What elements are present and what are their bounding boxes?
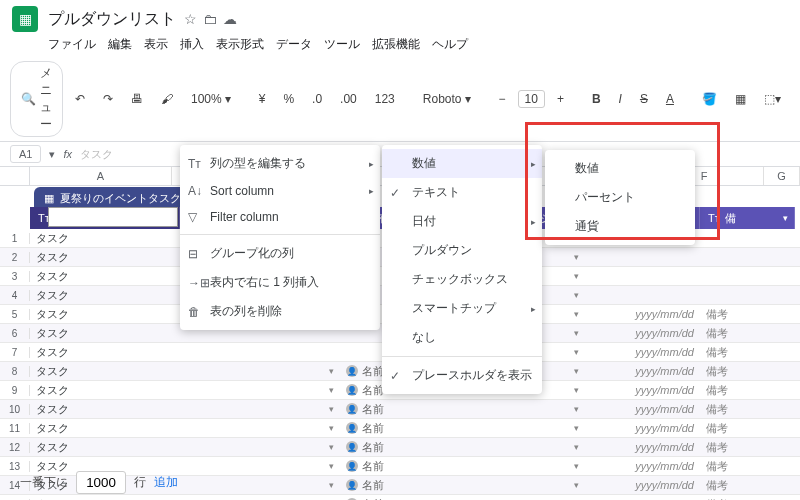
cell-reference[interactable]: A1 bbox=[10, 145, 41, 163]
row-number[interactable]: 8 bbox=[0, 366, 30, 377]
row-number[interactable]: 5 bbox=[0, 309, 30, 320]
col-header-a[interactable]: A bbox=[30, 167, 172, 185]
mi-insert-right[interactable]: →⊞表内で右に 1 列挿入 bbox=[180, 268, 380, 297]
mi-show-placeholder[interactable]: ✓プレースホルダを表示 bbox=[382, 361, 542, 390]
star-icon[interactable]: ☆ bbox=[184, 11, 197, 27]
cloud-icon[interactable]: ☁ bbox=[223, 11, 237, 27]
more-formats-button[interactable]: 123 bbox=[369, 89, 401, 109]
cell-deadline[interactable]: yyyy/mm/dd bbox=[585, 365, 700, 377]
cell-task[interactable]: タスク bbox=[30, 383, 180, 398]
cell-deadline[interactable]: yyyy/mm/dd bbox=[585, 308, 700, 320]
row-number[interactable]: 12 bbox=[0, 442, 30, 453]
currency-button[interactable]: ¥ bbox=[253, 89, 272, 109]
cell-note[interactable]: 備考 bbox=[700, 402, 800, 417]
row-number[interactable]: 6 bbox=[0, 328, 30, 339]
cell-note[interactable]: 備考 bbox=[700, 478, 800, 493]
row-number[interactable]: 9 bbox=[0, 385, 30, 396]
mi-group-column[interactable]: ⊟グループ化の列 bbox=[180, 239, 380, 268]
cell-owner[interactable]: 👤名前 bbox=[340, 440, 485, 455]
cell-note[interactable]: 備考 bbox=[700, 383, 800, 398]
cell-stage[interactable]: ▾ bbox=[485, 423, 585, 433]
row-number[interactable]: 7 bbox=[0, 347, 30, 358]
mi-filter-column[interactable]: ▽Filter column bbox=[180, 204, 380, 230]
mi-type-none[interactable]: なし bbox=[382, 323, 542, 352]
cell-note[interactable]: 備考 bbox=[700, 497, 800, 501]
cell-task[interactable]: タスク bbox=[30, 326, 180, 341]
cell-note[interactable]: 備考 bbox=[700, 345, 800, 360]
cell-task[interactable]: タスク bbox=[30, 497, 180, 501]
menu-tools[interactable]: ツール bbox=[324, 36, 360, 53]
menu-file[interactable]: ファイル bbox=[48, 36, 96, 53]
cell-owner[interactable]: 👤名前 bbox=[340, 497, 485, 501]
cell-deadline[interactable]: yyyy/mm/dd bbox=[585, 384, 700, 396]
mi-type-number[interactable]: 数値▸ bbox=[382, 149, 542, 178]
cell-task[interactable]: タスク bbox=[30, 364, 180, 379]
row-number[interactable]: 1 bbox=[0, 233, 30, 244]
cell-note[interactable]: 備考 bbox=[700, 326, 800, 341]
cell-status[interactable]: ▾ bbox=[180, 423, 340, 433]
cell-deadline[interactable]: yyyy/mm/dd bbox=[585, 422, 700, 434]
cell-owner[interactable]: 👤名前 bbox=[340, 421, 485, 436]
cell-note[interactable]: 備考 bbox=[700, 459, 800, 474]
mi-num-number[interactable]: 数値 bbox=[545, 154, 695, 183]
row-number[interactable]: 10 bbox=[0, 404, 30, 415]
row-number[interactable]: 4 bbox=[0, 290, 30, 301]
print-button[interactable]: 🖶 bbox=[125, 89, 149, 109]
italic-button[interactable]: I bbox=[613, 89, 628, 109]
cell-status[interactable]: ▾ bbox=[180, 461, 340, 471]
search-menu[interactable]: 🔍メニュー bbox=[10, 61, 63, 137]
row-number[interactable]: 2 bbox=[0, 252, 30, 263]
cell-status[interactable]: ▾ bbox=[180, 404, 340, 414]
cell-task[interactable]: タスク bbox=[30, 421, 180, 436]
cell-stage[interactable]: ▾ bbox=[485, 461, 585, 471]
mi-sort-column[interactable]: A↓Sort column▸ bbox=[180, 178, 380, 204]
cell-deadline[interactable]: yyyy/mm/dd bbox=[585, 479, 700, 491]
cell-note[interactable]: 備考 bbox=[700, 440, 800, 455]
formula-input[interactable]: タスク bbox=[80, 147, 113, 162]
cell-owner[interactable]: 👤名前 bbox=[340, 459, 485, 474]
cell-task[interactable]: タスク bbox=[30, 250, 180, 265]
cell-task[interactable]: タスク bbox=[30, 269, 180, 284]
th-note[interactable]: Tт備▾ bbox=[700, 207, 795, 229]
row-number[interactable]: 11 bbox=[0, 423, 30, 434]
cell-deadline[interactable]: yyyy/mm/dd bbox=[585, 441, 700, 453]
cell-note[interactable]: 備考 bbox=[700, 364, 800, 379]
cell-owner[interactable]: 👤名前 bbox=[340, 402, 485, 417]
paint-format-button[interactable]: 🖌 bbox=[155, 89, 179, 109]
add-rows-input[interactable] bbox=[76, 471, 126, 494]
cell-stage[interactable]: ▾ bbox=[485, 404, 585, 414]
cell-note[interactable]: 備考 bbox=[700, 421, 800, 436]
mi-type-checkbox[interactable]: チェックボックス bbox=[382, 265, 542, 294]
cell-task[interactable]: タスク bbox=[30, 402, 180, 417]
cell-status[interactable]: ▾ bbox=[180, 442, 340, 452]
cell-task[interactable]: タスク bbox=[30, 307, 180, 322]
mi-delete-column[interactable]: 🗑表の列を削除 bbox=[180, 297, 380, 326]
cell-task[interactable]: タスク bbox=[30, 231, 180, 246]
cell-task[interactable]: タスク bbox=[30, 288, 180, 303]
col-header-g[interactable]: G bbox=[764, 167, 800, 185]
mi-type-dropdown[interactable]: プルダウン bbox=[382, 236, 542, 265]
cell-deadline[interactable]: yyyy/mm/dd bbox=[585, 327, 700, 339]
mi-type-smartchip[interactable]: スマートチップ▸ bbox=[382, 294, 542, 323]
doc-title[interactable]: プルダウンリスト bbox=[48, 9, 176, 30]
cell-status[interactable]: ▾ bbox=[180, 366, 340, 376]
menu-format[interactable]: 表示形式 bbox=[216, 36, 264, 53]
cell-owner[interactable]: 👤名前 bbox=[340, 478, 485, 493]
folder-icon[interactable]: 🗀 bbox=[203, 11, 217, 27]
menu-edit[interactable]: 編集 bbox=[108, 36, 132, 53]
redo-button[interactable]: ↷ bbox=[97, 89, 119, 109]
row-number[interactable]: 3 bbox=[0, 271, 30, 282]
decimal-inc-button[interactable]: .00 bbox=[334, 89, 363, 109]
cell-task[interactable]: タスク bbox=[30, 345, 180, 360]
font-dec-button[interactable]: − bbox=[493, 89, 512, 109]
font-inc-button[interactable]: + bbox=[551, 89, 570, 109]
cell-task[interactable]: タスク bbox=[30, 440, 180, 455]
cell-deadline[interactable]: yyyy/mm/dd bbox=[585, 346, 700, 358]
decimal-dec-button[interactable]: .0 bbox=[306, 89, 328, 109]
zoom-select[interactable]: 100% ▾ bbox=[185, 89, 237, 109]
font-size[interactable]: 10 bbox=[518, 90, 545, 108]
cell-deadline[interactable]: yyyy/mm/dd bbox=[585, 403, 700, 415]
text-color-button[interactable]: A bbox=[660, 89, 680, 109]
mi-num-currency[interactable]: 通貨 bbox=[545, 212, 695, 241]
menu-help[interactable]: ヘルプ bbox=[432, 36, 468, 53]
